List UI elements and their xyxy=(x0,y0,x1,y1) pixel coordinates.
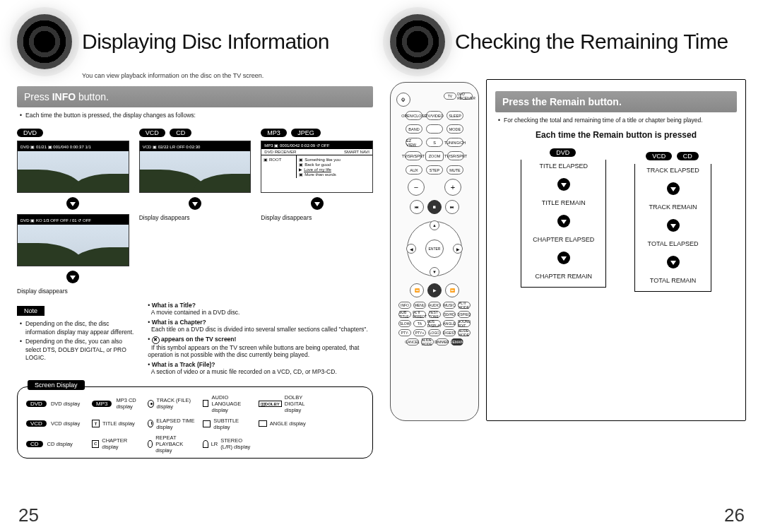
mp3-column: MP3 JPEG MP3 ▣ 0001/0042 0:02:09 ↺ OFF D… xyxy=(261,125,373,295)
note-label: Note xyxy=(17,306,45,316)
pill-dvd-flow: DVD xyxy=(550,148,576,157)
pill-dvd: DVD xyxy=(17,129,43,137)
down-arrow-icon xyxy=(667,219,680,232)
down-arrow-icon xyxy=(557,178,570,191)
screen-display-legend: Screen Display DVDDVD display MP3MP3 CD … xyxy=(17,386,373,459)
def-chapter-a: Each title on a DVD disc is divided into… xyxy=(151,326,368,333)
subtitle-left: You can view playback information on the… xyxy=(82,72,373,79)
down-arrow-icon xyxy=(66,271,79,283)
forbidden-icon: ✖ xyxy=(152,336,160,344)
vol-down[interactable]: − xyxy=(408,179,425,196)
d-pad[interactable]: ▲▼◀▶ ENTER xyxy=(407,221,462,276)
pill-jpeg: JPEG xyxy=(291,129,321,137)
instruction-bar-info: Press INFO button. xyxy=(17,86,373,107)
pill-vcd: VCD xyxy=(139,129,165,137)
display-disappears-mp3: Display disappears xyxy=(261,214,373,221)
dvd-osd-2: DVD ▣ KO 1/3 OFF OFF / 01 ↺ OFF xyxy=(18,215,129,225)
page-left: Displaying Disc Information You can view… xyxy=(17,14,373,459)
vcd-screen: VCD ▣ 02/22 LR OFF 0:02:30 xyxy=(139,141,252,193)
dvd-screen-1: DVD ▣ 01/21 ▣ 001/040 0:00:37 1/1 xyxy=(17,141,129,193)
title-right: Checking the Remaining Time xyxy=(455,30,728,54)
def-title-q: What is a Title? xyxy=(152,302,196,309)
def-forbid-q: appears on the TV screen! xyxy=(161,336,236,343)
mp3-screen: MP3 ▣ 0001/0042 0:02:09 ↺ OFF DVD RECEIV… xyxy=(261,141,373,193)
title-left: Displaying Disc Information xyxy=(82,30,329,54)
pill-cd: CD xyxy=(170,129,191,137)
def-track-q: What is a Track (File)? xyxy=(152,361,215,368)
remain-panel: Press the Remain button. For checking th… xyxy=(486,79,746,421)
legend-tab: Screen Display xyxy=(28,380,85,390)
speaker-icon xyxy=(17,14,72,69)
power-button[interactable]: ⏻ xyxy=(396,93,410,107)
note-1: Depending on the disc, the disc informat… xyxy=(20,320,135,336)
page-number-right: 26 xyxy=(724,504,745,526)
def-forbid-a: If this symbol appears on the TV screen … xyxy=(148,344,359,358)
instruction-note: Each time the button is pressed, the dis… xyxy=(20,112,370,119)
def-title-a: A movie contained in a DVD disc. xyxy=(151,309,240,316)
down-arrow-icon xyxy=(667,182,680,195)
instruction-bar-remain: Press the Remain button. xyxy=(495,91,737,112)
remain-button[interactable]: REMAIN xyxy=(451,338,463,345)
down-arrow-icon xyxy=(189,197,201,210)
remote-control: ⏻TVDVD RECEIVER OPEN/CLOSETV/VIDEOSLEEP … xyxy=(390,82,479,421)
def-chapter-q: What is a Chapter? xyxy=(152,319,206,326)
dvd-screen-2: DVD ▣ KO 1/3 OFF OFF / 01 ↺ OFF xyxy=(17,214,129,266)
down-arrow-icon xyxy=(557,252,570,264)
page-right: Checking the Remaining Time ⏻TVDVD RECEI… xyxy=(390,14,746,459)
page-number-left: 25 xyxy=(18,504,39,526)
remain-cycle-head: Each time the Remain button is pressed xyxy=(495,130,737,140)
pill-cd-flow: CD xyxy=(677,152,699,160)
down-arrow-icon xyxy=(667,256,680,268)
pill-mp3: MP3 xyxy=(261,129,287,137)
vcd-osd: VCD ▣ 02/22 LR OFF 0:02:30 xyxy=(140,141,251,151)
speaker-icon xyxy=(390,14,445,69)
note-2: Depending on the disc, you can also sele… xyxy=(20,338,135,362)
display-disappears-vcd: Display disappears xyxy=(139,214,252,221)
pill-vcd-flow: VCD xyxy=(646,152,672,160)
dvd-osd-1: DVD ▣ 01/21 ▣ 001/040 0:00:37 1/1 xyxy=(18,141,129,151)
display-disappears-dvd: Display disappears xyxy=(17,288,129,295)
down-arrow-icon xyxy=(66,197,79,210)
vol-up[interactable]: + xyxy=(444,179,461,196)
def-track-a: A section of video or a music file recor… xyxy=(151,368,337,375)
down-arrow-icon xyxy=(557,215,570,227)
vcd-column: VCD CD VCD ▣ 02/22 LR OFF 0:02:30 Displa… xyxy=(139,125,252,295)
dvd-column: DVD DVD ▣ 01/21 ▣ 001/040 0:00:37 1/1 DV… xyxy=(17,125,129,295)
mp3-osd: MP3 ▣ 0001/0042 0:02:09 ↺ OFF xyxy=(261,141,372,149)
down-arrow-icon xyxy=(311,197,324,210)
remain-note: For checking the total and remaining tim… xyxy=(498,117,734,124)
